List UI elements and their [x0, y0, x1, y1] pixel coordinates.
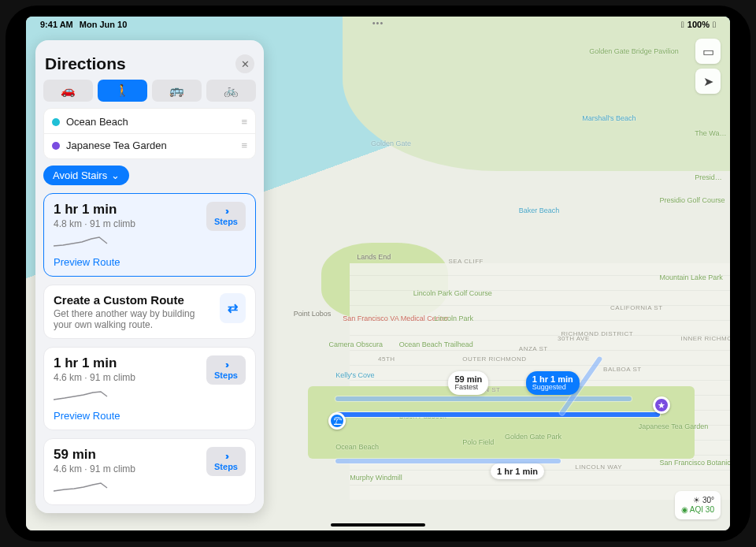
poi-polo: Polo Field: [462, 438, 494, 446]
chevrons-icon: ››: [214, 452, 238, 462]
avoid-stairs-dropdown[interactable]: Avoid Stairs⌄: [43, 166, 129, 185]
status-time: 9:41 AM: [40, 20, 73, 29]
mode-car[interactable]: 🚗: [43, 80, 93, 102]
custom-route-title: Create a Custom Route: [54, 293, 203, 307]
multitask-dots-icon[interactable]: •••: [372, 18, 384, 28]
origin-label: Ocean Beach: [66, 116, 128, 128]
panel-title: Directions: [45, 54, 126, 73]
route-builder-icon: ⇄: [228, 301, 238, 314]
poi-wa: The Wa…: [695, 129, 726, 137]
route-alt: [335, 459, 561, 463]
locate-button[interactable]: ➤: [695, 69, 721, 94]
chevrons-icon: ››: [214, 207, 238, 217]
chevron-down-icon: ⌄: [111, 169, 120, 181]
steps-button[interactable]: ›› Steps: [206, 202, 246, 231]
mode-transit[interactable]: 🚌: [152, 80, 202, 102]
drag-handle-icon[interactable]: ≡: [241, 140, 247, 151]
route-sub: 4.6 km · 91 m climb: [54, 463, 135, 474]
st-30th: 30TH AVE: [558, 335, 590, 342]
poi-ocean-beach: Ocean Beach: [335, 443, 379, 451]
poi-presidio-golf: Presidio Golf Course: [660, 196, 725, 204]
callout-fastest[interactable]: 59 minFastest: [448, 371, 488, 395]
poi-baker: Baker Beach: [519, 207, 560, 214]
weather-pill[interactable]: ☀︎ 30° ◉ AQI 30: [675, 491, 721, 519]
poi-mountain-lake: Mountain Lake Park: [660, 274, 723, 281]
custom-route-icon-btn: ⇄: [220, 293, 246, 323]
poi-lincoln-park: Lincoln Park: [435, 314, 474, 322]
status-date: Mon Jun 10: [80, 20, 128, 29]
st-45th: 45TH: [378, 355, 395, 363]
st-anza: ANZA ST: [519, 345, 548, 352]
poi-camera: Camera Obscura: [328, 340, 383, 348]
car-icon: 🚗: [61, 84, 76, 98]
elevation-spark-icon: [54, 479, 109, 493]
route-fastest: [335, 396, 631, 401]
close-icon: ✕: [241, 58, 250, 70]
poi-kellys: Kelly's Cove: [335, 371, 374, 379]
route-card-2[interactable]: 1 hr 1 min 4.6 km · 91 m climb ›› Steps …: [43, 347, 256, 430]
wifi-icon: 􀙇: [681, 20, 684, 29]
callout-alt[interactable]: 1 hr 1 min: [491, 463, 544, 479]
directions-panel: Directions ✕ 🚗 🚶 🚌 🚲 Ocean Beach ≡ Japan…: [35, 40, 264, 513]
steps-button[interactable]: ›› Steps: [206, 355, 246, 385]
preview-route-link[interactable]: Preview Route: [54, 256, 246, 268]
screen: 9:41 AM Mon Jun 10 􀙇 100% 􀛨 ••• Golden G…: [26, 17, 730, 530]
st-lincoln-way: LINCOLN WAY: [575, 463, 622, 471]
poi-presidio: Presid…: [695, 173, 722, 181]
destination-dot-icon: [52, 142, 60, 150]
poi-ocean-beach-th: Ocean Beach Trailhead: [399, 340, 473, 348]
map-view-button[interactable]: ▭: [695, 39, 721, 64]
steps-button[interactable]: ›› Steps: [206, 447, 246, 476]
mode-cycle[interactable]: 🚲: [206, 80, 256, 102]
elevation-spark-icon: [54, 234, 109, 248]
poi-point-lobos: Point Lobos: [294, 310, 332, 318]
poi-va: San Francisco VA Medical Center: [343, 314, 448, 322]
destination-label: Japanese Tea Garden: [66, 140, 167, 151]
custom-route-card[interactable]: Create a Custom Route Get there another …: [43, 285, 256, 339]
area-sea-cliff: SEA CLIFF: [448, 258, 484, 265]
origin-dot-icon: [52, 118, 60, 126]
ipad-frame: 9:41 AM Mon Jun 10 􀙇 100% 􀛨 ••• Golden G…: [6, 6, 750, 541]
home-indicator[interactable]: [331, 523, 425, 527]
route-time: 1 hr 1 min: [54, 355, 135, 371]
elevation-spark-icon: [54, 388, 109, 402]
close-button[interactable]: ✕: [235, 54, 254, 73]
st-california: CALIFORNIA ST: [610, 304, 663, 311]
cycle-icon: 🚲: [224, 84, 239, 98]
poi-botanical: San Francisco Botanical…: [660, 459, 730, 467]
origin-row[interactable]: Ocean Beach ≡: [44, 110, 255, 133]
drag-handle-icon[interactable]: ≡: [241, 116, 247, 128]
area-inner-richmond: INNER RICHMOND: [680, 335, 730, 342]
callout-suggested[interactable]: 1 hr 1 minSuggested: [526, 371, 580, 395]
route-suggested: [335, 412, 659, 417]
poi-murphy: Murphy Windmill: [350, 474, 402, 482]
poi-gg-park: Golden Gate Park: [505, 433, 561, 441]
route-card-1[interactable]: 1 hr 1 min 4.8 km · 91 m climb ›› Steps …: [43, 193, 256, 277]
poi-marshall: Marshall's Beach: [582, 114, 636, 122]
destination-row[interactable]: Japanese Tea Garden ≡: [44, 133, 255, 157]
poi-gg-bridge: Golden Gate Bridge Pavilion: [589, 47, 679, 55]
poi-tea-garden: Japanese Tea Garden: [639, 422, 708, 430]
transport-modes: 🚗 🚶 🚌 🚲: [43, 80, 256, 102]
mode-walk[interactable]: 🚶: [98, 80, 147, 102]
battery-label: 100%: [687, 20, 710, 29]
transit-icon: 🚌: [169, 84, 184, 98]
locations-list: Ocean Beach ≡ Japanese Tea Garden ≡: [43, 108, 256, 159]
walk-icon: 🚶: [115, 84, 130, 98]
pin-destination[interactable]: ★: [653, 396, 670, 414]
route-card-3[interactable]: 59 min 4.6 km · 91 m climb ›› Steps: [43, 438, 256, 505]
route-time: 59 min: [54, 447, 135, 463]
route-sub: 4.6 km · 91 m climb: [54, 372, 135, 383]
map-controls: ▭ ➤: [695, 39, 721, 94]
route-sub: 4.8 km · 91 m climb: [54, 218, 135, 229]
poi-lands-end: Lands End: [357, 253, 391, 261]
poi-lincoln-golf: Lincoln Park Golf Course: [413, 289, 492, 297]
water-label: Golden Gate: [371, 140, 411, 147]
preview-route-link[interactable]: Preview Route: [54, 410, 246, 422]
chevrons-icon: ››: [214, 360, 238, 370]
location-arrow-icon: ➤: [703, 74, 713, 89]
custom-route-desc: Get there another way by building your o…: [54, 308, 203, 330]
battery-icon: 􀛨: [713, 20, 716, 29]
st-balboa: BALBOA ST: [603, 366, 642, 373]
map-icon: ▭: [702, 44, 714, 59]
